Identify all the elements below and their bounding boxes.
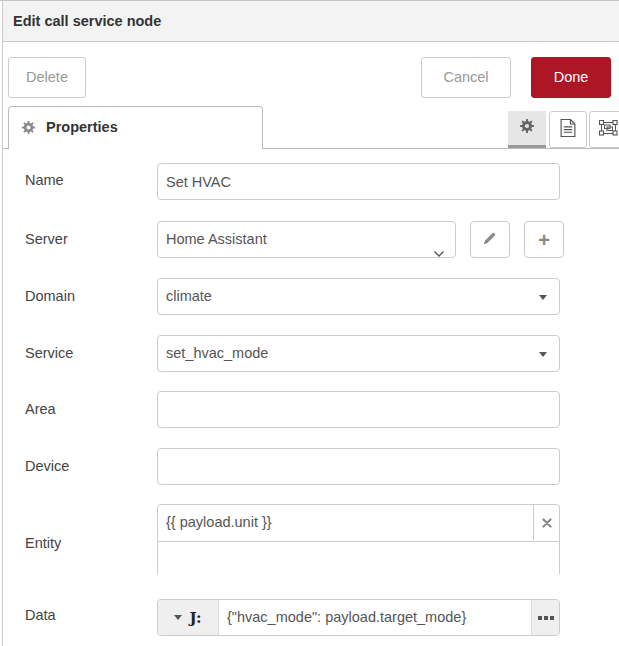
device-input[interactable] <box>157 448 560 485</box>
tab-properties[interactable]: Properties <box>8 106 263 149</box>
caret-down-icon[interactable] <box>539 352 547 357</box>
service-label: Service <box>25 345 73 361</box>
domain-input[interactable]: climate <box>157 278 560 315</box>
name-label: Name <box>25 172 64 188</box>
remove-entity-button[interactable] <box>533 505 559 540</box>
plus-icon: + <box>538 230 550 250</box>
device-label: Device <box>25 458 69 474</box>
area-label: Area <box>25 401 56 417</box>
dialog-title: Edit call service node <box>13 1 161 41</box>
server-label: Server <box>25 231 68 247</box>
edit-server-button[interactable] <box>470 221 510 258</box>
delete-button[interactable]: Delete <box>8 57 86 98</box>
data-type-select-button[interactable]: J: <box>158 600 219 635</box>
expand-expression-button[interactable] <box>531 600 559 635</box>
entity-item-value: {{ payload.unit }} <box>166 505 272 540</box>
appearance-section-button[interactable] <box>589 111 619 148</box>
properties-section-button[interactable] <box>508 111 546 148</box>
add-server-button[interactable]: + <box>524 221 564 258</box>
document-icon <box>560 119 576 141</box>
domain-label: Domain <box>25 288 75 304</box>
entity-input[interactable] <box>158 542 559 577</box>
entity-add-row[interactable] <box>158 542 559 577</box>
close-icon <box>542 514 552 532</box>
object-group-icon <box>599 120 618 140</box>
caret-down-icon[interactable] <box>539 295 547 300</box>
pencil-icon <box>483 231 497 249</box>
area-input[interactable] <box>157 391 560 428</box>
name-input[interactable] <box>157 163 560 200</box>
description-section-button[interactable] <box>549 111 587 148</box>
dialog-left-edge <box>2 1 3 646</box>
server-select[interactable]: Home Assistant <box>157 221 456 258</box>
entity-label: Entity <box>25 535 61 551</box>
dialog-header: Edit call service node <box>3 1 619 42</box>
server-select-value: Home Assistant <box>166 231 267 247</box>
cancel-button[interactable]: Cancel <box>421 57 511 98</box>
edit-call-service-node-dialog: Edit call service node Delete Cancel Don… <box>0 0 619 646</box>
jsonata-type-icon: J: <box>189 609 201 627</box>
data-typed-input: J: {"hvac_mode": payload.target_mode} <box>157 599 560 636</box>
gear-icon <box>21 120 36 139</box>
entity-list-item[interactable]: {{ payload.unit }} <box>158 505 559 542</box>
service-value: set_hvac_mode <box>166 345 268 361</box>
ellipsis-icon <box>538 616 554 620</box>
gear-icon <box>519 118 535 138</box>
service-input[interactable]: set_hvac_mode <box>157 335 560 372</box>
data-value-input[interactable]: {"hvac_mode": payload.target_mode} <box>219 600 531 635</box>
done-button[interactable]: Done <box>531 57 611 98</box>
entity-list: {{ payload.unit }} <box>157 504 560 577</box>
domain-value: climate <box>166 288 212 304</box>
tab-properties-label: Properties <box>46 107 118 148</box>
data-label: Data <box>25 607 56 623</box>
caret-down-icon <box>174 615 182 620</box>
chevron-down-icon <box>433 236 445 271</box>
